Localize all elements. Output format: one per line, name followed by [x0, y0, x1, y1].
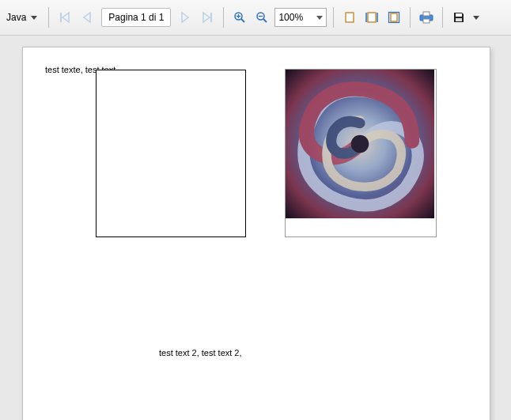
prev-page-icon	[81, 11, 93, 24]
dropdown-caret-icon	[31, 16, 37, 20]
image-box-right	[285, 69, 437, 237]
format-select[interactable]: Java	[5, 9, 39, 26]
page-actual-icon	[343, 11, 356, 24]
toolbar-separator	[410, 7, 411, 28]
save-icon	[452, 11, 465, 24]
format-select-label: Java	[6, 12, 26, 23]
zoom-value: 100%	[278, 12, 303, 23]
zoom-in-icon	[233, 11, 246, 24]
svg-line-3	[241, 19, 244, 22]
next-page-icon	[179, 11, 191, 24]
svg-rect-23	[286, 70, 434, 218]
save-menu-button[interactable]	[471, 16, 481, 20]
fit-width-button[interactable]	[362, 8, 381, 27]
svg-rect-16	[423, 12, 430, 16]
zoom-select[interactable]: 100%	[274, 8, 327, 27]
svg-rect-18	[456, 13, 462, 17]
toolbar-separator	[333, 7, 334, 28]
svg-rect-13	[391, 13, 397, 21]
first-page-button[interactable]	[55, 8, 74, 27]
page-indicator: Pagina 1 di 1	[101, 8, 171, 27]
document-page: test texte, test text	[22, 47, 490, 420]
placeholder-box-left	[96, 70, 246, 237]
print-button[interactable]	[417, 8, 436, 27]
svg-rect-10	[368, 13, 376, 22]
last-page-button[interactable]	[198, 8, 217, 27]
zoom-out-icon	[256, 11, 268, 24]
svg-rect-17	[423, 19, 430, 23]
next-page-button[interactable]	[176, 8, 195, 27]
toolbar-separator	[48, 7, 49, 28]
toolbar-separator	[223, 7, 224, 28]
first-page-icon	[59, 11, 71, 24]
swirl-image	[286, 70, 434, 218]
chevron-down-icon	[316, 16, 323, 20]
dropdown-caret-icon	[473, 16, 479, 20]
toolbar: Java Pagina 1 di 1	[0, 0, 511, 36]
svg-rect-19	[456, 18, 462, 21]
prev-page-button[interactable]	[78, 8, 97, 27]
fit-actual-button[interactable]	[340, 8, 359, 27]
fit-page-button[interactable]	[384, 8, 403, 27]
page-width-icon	[365, 11, 378, 24]
sample-text-2: test text 2, test text 2,	[159, 348, 242, 358]
svg-line-7	[263, 19, 267, 22]
save-button[interactable]	[449, 8, 468, 27]
toolbar-separator	[442, 7, 443, 28]
zoom-out-button[interactable]	[252, 8, 271, 27]
document-viewport: test texte, test text	[0, 36, 511, 420]
svg-rect-0	[60, 13, 62, 22]
svg-rect-9	[346, 13, 354, 22]
page-fit-icon	[388, 11, 400, 24]
print-icon	[419, 11, 433, 24]
last-page-icon	[201, 11, 214, 24]
zoom-in-button[interactable]	[230, 8, 249, 27]
svg-rect-1	[210, 13, 212, 22]
